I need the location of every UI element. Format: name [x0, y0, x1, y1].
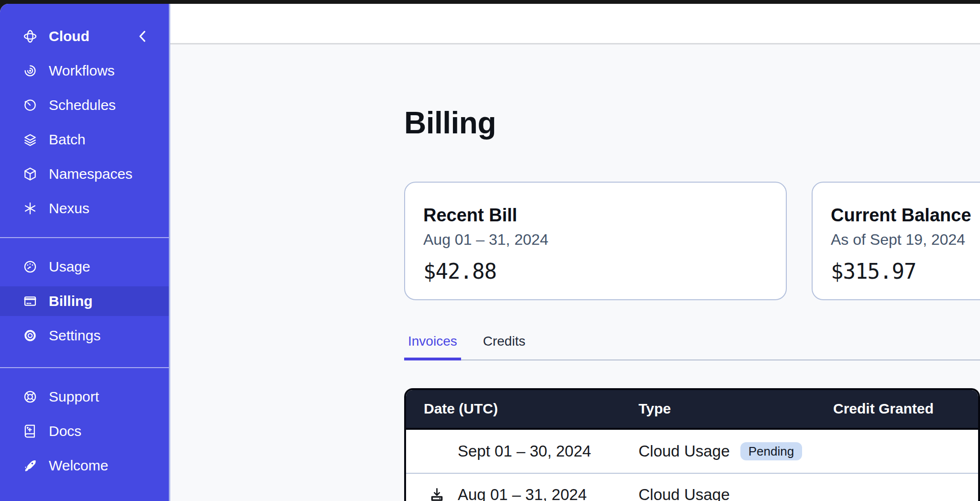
sidebar-item-docs[interactable]: Docs	[0, 416, 169, 446]
sidebar-item-label: Schedules	[49, 97, 116, 113]
sidebar-item-label: Batch	[49, 131, 86, 148]
sidebar-item-support[interactable]: Support	[0, 382, 169, 412]
schedules-icon	[22, 98, 38, 113]
sidebar-item-label: Usage	[49, 259, 90, 275]
sidebar-item-batch[interactable]: Batch	[0, 125, 169, 154]
current-balance-card: Current Balance As of Sept 19, 2024 $315…	[812, 182, 980, 300]
sidebar-item-schedules[interactable]: Schedules	[0, 90, 169, 120]
temporal-logo-icon	[22, 29, 38, 44]
welcome-rocket-icon	[22, 458, 38, 473]
invoice-date: Sept 01 – 30, 2024	[458, 442, 591, 460]
docs-icon	[22, 424, 38, 439]
usage-icon	[22, 259, 38, 274]
summary-cards: Recent Bill Aug 01 – 31, 2024 $42.88 Cur…	[404, 182, 980, 300]
column-header-date: Date (UTC)	[406, 401, 639, 417]
sidebar-item-label: Nexus	[49, 200, 89, 217]
invoice-type-cell: Cloud Usage Pending	[639, 442, 833, 460]
card-period: Aug 01 – 31, 2024	[423, 231, 768, 248]
table-row: Aug 01 – 31, 2024 Cloud Usage	[406, 473, 978, 501]
sidebar-item-nexus[interactable]: Nexus	[0, 194, 169, 223]
sidebar-brand-label: Cloud	[49, 28, 89, 44]
sidebar-brand-cloud[interactable]: Cloud	[0, 22, 169, 51]
sidebar-item-usage[interactable]: Usage	[0, 252, 169, 282]
status-badge-pending: Pending	[740, 442, 802, 460]
card-period: As of Sept 19, 2024	[831, 231, 980, 248]
card-title: Recent Bill	[423, 206, 768, 226]
sidebar-item-label: Billing	[49, 293, 93, 309]
app-window: Cloud Workflows Schedules Batch	[0, 4, 980, 501]
sidebar: Cloud Workflows Schedules Batch	[0, 4, 170, 501]
tab-invoices[interactable]: Invoices	[404, 335, 461, 360]
namespaces-icon	[22, 166, 38, 182]
invoices-table: Date (UTC) Type Credit Granted Sept 01 –…	[404, 388, 980, 501]
sidebar-divider	[0, 367, 169, 368]
download-icon	[429, 487, 445, 501]
chevron-left-icon	[134, 28, 151, 44]
sidebar-item-settings[interactable]: Settings	[0, 321, 169, 350]
sidebar-item-label: Welcome	[49, 457, 108, 474]
sidebar-collapse-button[interactable]	[134, 28, 151, 44]
sidebar-item-label: Settings	[49, 327, 100, 344]
sidebar-item-welcome[interactable]: Welcome	[0, 451, 169, 480]
batch-icon	[22, 132, 38, 147]
sidebar-item-workflows[interactable]: Workflows	[0, 56, 169, 86]
table-row: Sept 01 – 30, 2024 Cloud Usage Pending	[406, 430, 978, 473]
invoice-date-cell: Sept 01 – 30, 2024	[406, 442, 639, 460]
sidebar-item-billing[interactable]: Billing	[0, 286, 169, 316]
billing-page: Billing Recent Bill Aug 01 – 31, 2024 $4…	[170, 44, 980, 501]
top-bar	[170, 4, 980, 44]
invoice-date: Aug 01 – 31, 2024	[458, 486, 587, 501]
main-area: Billing Recent Bill Aug 01 – 31, 2024 $4…	[170, 4, 980, 501]
invoice-date-cell: Aug 01 – 31, 2024	[406, 486, 639, 501]
billing-icon	[22, 294, 38, 309]
sidebar-item-namespaces[interactable]: Namespaces	[0, 159, 169, 189]
card-amount: $315.97	[831, 261, 980, 282]
download-invoice-button[interactable]	[429, 487, 445, 501]
workflows-icon	[22, 63, 38, 78]
column-header-type: Type	[639, 401, 833, 417]
nexus-icon	[22, 201, 38, 216]
sidebar-item-label: Namespaces	[49, 166, 132, 182]
card-amount: $42.88	[423, 261, 768, 282]
sidebar-item-label: Support	[49, 389, 99, 405]
settings-icon	[22, 328, 38, 343]
invoice-type-cell: Cloud Usage	[639, 486, 833, 501]
invoice-type: Cloud Usage	[639, 486, 730, 501]
sidebar-item-label: Docs	[49, 423, 81, 439]
download-slot-empty	[429, 443, 445, 459]
invoice-type: Cloud Usage	[639, 442, 730, 460]
column-header-credit-granted: Credit Granted	[833, 401, 978, 417]
recent-bill-card: Recent Bill Aug 01 – 31, 2024 $42.88	[404, 182, 787, 300]
support-icon	[22, 389, 38, 404]
billing-tabs: Invoices Credits	[404, 335, 980, 360]
table-header-row: Date (UTC) Type Credit Granted	[406, 390, 978, 430]
sidebar-item-label: Workflows	[49, 63, 115, 79]
page-title: Billing	[404, 106, 980, 141]
sidebar-divider	[0, 237, 169, 238]
card-title: Current Balance	[831, 206, 980, 226]
tab-credits[interactable]: Credits	[479, 335, 529, 359]
